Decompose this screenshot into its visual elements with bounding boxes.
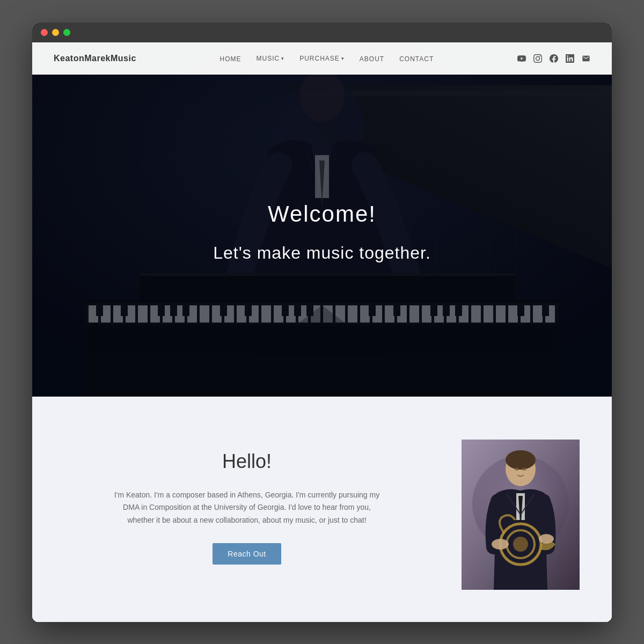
nav-link-purchase[interactable]: PURCHASE ▾ <box>299 55 345 62</box>
browser-window: KeatonMarekMusic HOME MUSIC ▾ PURCHASE ▾ <box>32 23 612 622</box>
navbar-social <box>517 54 590 63</box>
facebook-icon[interactable] <box>550 54 558 63</box>
navbar: KeatonMarekMusic HOME MUSIC ▾ PURCHASE ▾ <box>32 42 612 75</box>
nav-link-music[interactable]: MUSIC ▾ <box>257 55 285 62</box>
svg-point-88 <box>539 534 554 544</box>
dot-green[interactable] <box>63 29 70 36</box>
youtube-icon[interactable] <box>517 54 526 63</box>
nav-item-music[interactable]: MUSIC ▾ <box>257 55 285 62</box>
about-heading: Hello! <box>222 450 272 473</box>
browser-chrome <box>32 23 612 42</box>
instagram-icon[interactable] <box>533 54 542 63</box>
nav-item-home[interactable]: HOME <box>220 54 241 63</box>
hero-text: Welcome! Let's make music together. <box>213 201 431 262</box>
chevron-down-icon: ▾ <box>281 56 284 61</box>
content-wrapper: KeatonMarekMusic HOME MUSIC ▾ PURCHASE ▾ <box>32 42 612 622</box>
site-brand[interactable]: KeatonMarekMusic <box>54 54 136 63</box>
about-text-column: Hello! I'm Keaton. I'm a composer based … <box>64 440 429 565</box>
about-photo <box>462 440 580 590</box>
dot-red[interactable] <box>41 29 48 36</box>
dot-yellow[interactable] <box>52 29 59 36</box>
svg-point-81 <box>515 467 519 471</box>
nav-link-home[interactable]: HOME <box>220 55 241 63</box>
svg-point-82 <box>522 467 526 471</box>
chevron-down-icon: ▾ <box>341 56 345 61</box>
hero-welcome-heading: Welcome! <box>213 201 431 226</box>
svg-point-86 <box>513 537 528 552</box>
hero-tagline: Let's make music together. <box>213 243 431 262</box>
hero-section: Welcome! Let's make music together. <box>32 42 612 397</box>
about-bio: I'm Keaton. I'm a composer based in Athe… <box>113 489 381 527</box>
nav-link-contact[interactable]: CONTACT <box>399 55 434 63</box>
svg-point-87 <box>492 539 509 550</box>
about-section: Hello! I'm Keaton. I'm a composer based … <box>32 397 612 622</box>
nav-link-about[interactable]: ABOUT <box>360 55 384 63</box>
about-person-svg <box>462 440 580 590</box>
nav-menu: HOME MUSIC ▾ PURCHASE ▾ ABOUT <box>220 54 434 63</box>
about-photo-column <box>462 440 580 590</box>
nav-item-about[interactable]: ABOUT <box>360 54 384 63</box>
linkedin-icon[interactable] <box>566 54 574 63</box>
website: KeatonMarekMusic HOME MUSIC ▾ PURCHASE ▾ <box>32 42 612 622</box>
email-icon[interactable] <box>582 54 590 63</box>
svg-point-80 <box>506 450 536 470</box>
reach-out-button[interactable]: Reach Out <box>213 543 281 565</box>
nav-item-contact[interactable]: CONTACT <box>399 54 434 63</box>
nav-item-purchase[interactable]: PURCHASE ▾ <box>299 55 345 62</box>
